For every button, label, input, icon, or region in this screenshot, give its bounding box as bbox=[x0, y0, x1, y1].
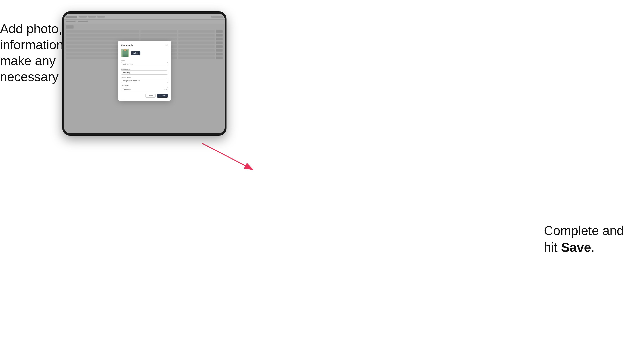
annotation-right: Complete and hit Save. bbox=[544, 222, 642, 256]
user-details-modal: User details × Upload Name Dis bbox=[118, 41, 171, 101]
upload-photo-button[interactable]: Upload bbox=[131, 51, 140, 55]
photo-person-silhouette bbox=[122, 50, 128, 57]
save-label: Save bbox=[162, 95, 166, 97]
school-year-label: School Year bbox=[121, 85, 168, 86]
school-year-select[interactable] bbox=[121, 87, 168, 91]
annotation-right-line1: Complete and bbox=[544, 223, 624, 238]
email-input[interactable] bbox=[121, 79, 168, 83]
annotation-right-bold: Save bbox=[561, 240, 591, 254]
select-controls: × ⌄ bbox=[164, 88, 167, 90]
annotation-right-line2: hit bbox=[544, 240, 561, 254]
name-input[interactable] bbox=[121, 62, 168, 66]
name-field-group: Name bbox=[121, 60, 168, 66]
modal-close-button[interactable]: × bbox=[165, 44, 168, 46]
display-name-field-group: Display name bbox=[121, 68, 168, 75]
name-label: Name bbox=[121, 60, 168, 62]
display-name-input[interactable] bbox=[121, 70, 168, 75]
photo-section: Upload bbox=[121, 49, 168, 57]
tablet-device: / bbox=[62, 11, 226, 136]
cancel-button[interactable]: Cancel bbox=[145, 94, 156, 98]
save-icon: ⬆ bbox=[159, 95, 161, 97]
modal-footer: Cancel ⬆ Save bbox=[121, 94, 168, 98]
modal-header: User details × bbox=[121, 44, 168, 46]
school-year-select-wrapper: × ⌄ bbox=[121, 87, 168, 91]
tablet-screen: / bbox=[64, 14, 224, 133]
svg-line-2 bbox=[202, 143, 253, 170]
annotation-right-period: . bbox=[591, 240, 595, 254]
modal-overlay: User details × Upload Name Dis bbox=[64, 14, 224, 133]
save-button[interactable]: ⬆ Save bbox=[157, 94, 168, 98]
email-field-group: Email address bbox=[121, 76, 168, 83]
user-photo-thumbnail bbox=[121, 49, 129, 57]
email-label: Email address bbox=[121, 76, 168, 78]
display-name-label: Display name bbox=[121, 68, 168, 70]
school-year-field-group: School Year × ⌄ bbox=[121, 85, 168, 91]
modal-title: User details bbox=[121, 44, 133, 46]
select-chevron-icon[interactable]: ⌄ bbox=[166, 88, 167, 90]
select-clear-icon[interactable]: × bbox=[164, 88, 165, 90]
